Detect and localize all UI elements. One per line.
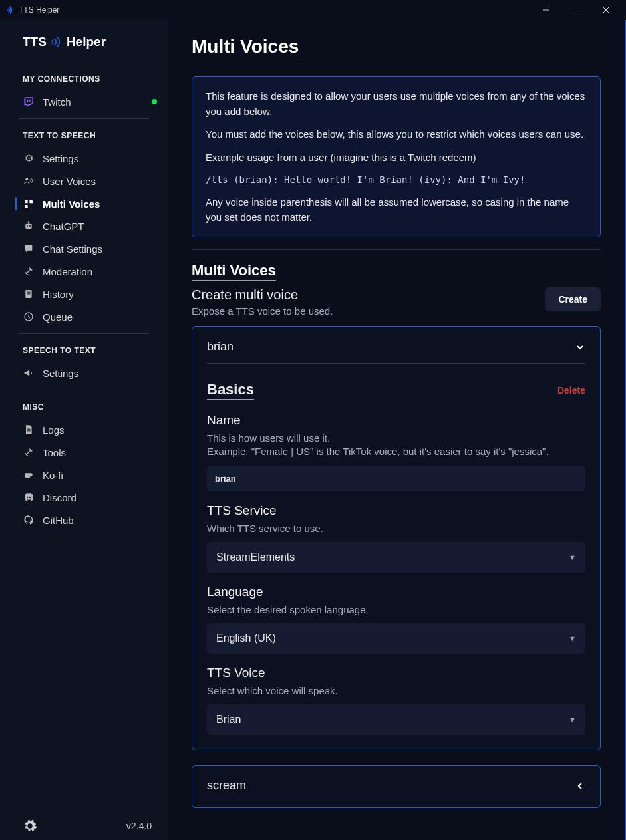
settings-gear-icon[interactable]	[23, 819, 37, 833]
chat-icon	[23, 243, 35, 255]
sidebar-item-label: Tools	[43, 447, 66, 458]
sidebar-item-stt-settings[interactable]: Settings	[0, 362, 168, 384]
sidebar-item-multi-voices[interactable]: Multi Voices	[0, 192, 168, 215]
select-value: English (UK)	[216, 632, 276, 644]
file-icon	[23, 424, 35, 436]
divider	[19, 118, 149, 119]
sidebar: TTS Helper MY CONNECTIONS Twitch TEXT TO…	[0, 20, 168, 840]
version-label: v2.4.0	[126, 821, 152, 831]
section-tts-label: TEXT TO SPEECH	[0, 124, 168, 147]
sidebar-item-label: History	[43, 289, 74, 300]
sidebar-item-logs[interactable]: Logs	[0, 418, 168, 441]
twitch-icon	[23, 96, 35, 108]
sidebar-item-history[interactable]: History	[0, 283, 168, 305]
main-content: Multi Voices This feature is designed to…	[168, 20, 625, 840]
history-icon	[23, 288, 35, 300]
tts-service-select[interactable]: StreamElements ▼	[207, 542, 585, 573]
field-label: Name	[207, 413, 585, 428]
sound-wave-icon	[51, 35, 63, 49]
divider	[19, 333, 149, 334]
sidebar-item-label: Settings	[43, 368, 78, 379]
megaphone-icon	[23, 367, 35, 379]
section-subtitle: Create multi voice	[192, 287, 333, 303]
sidebar-item-label: Moderation	[43, 266, 92, 277]
sidebar-item-label: Ko-fi	[43, 470, 63, 481]
voice-card-header[interactable]: scream	[207, 779, 585, 793]
robot-icon	[23, 220, 35, 232]
tools-icon	[23, 265, 35, 277]
svg-rect-7	[25, 205, 28, 208]
wrench-icon	[23, 446, 35, 458]
voice-card-scream: scream	[192, 765, 601, 808]
svg-rect-17	[27, 429, 31, 430]
sidebar-item-chat-settings[interactable]: Chat Settings	[0, 237, 168, 260]
sidebar-item-twitch[interactable]: Twitch	[0, 90, 168, 113]
divider	[19, 390, 149, 390]
sidebar-item-user-voices[interactable]: User Voices	[0, 170, 168, 192]
info-text: Example usage from a user (imagine this …	[206, 150, 587, 166]
voice-name-input[interactable]	[207, 466, 585, 491]
sidebar-item-moderation[interactable]: Moderation	[0, 260, 168, 283]
dropdown-triangle-icon: ▼	[569, 634, 576, 642]
page-title: Multi Voices	[192, 36, 299, 59]
minimize-button[interactable]	[531, 0, 561, 20]
sidebar-item-label: Multi Voices	[43, 198, 100, 210]
gear-icon: ⚙	[23, 152, 35, 164]
sidebar-item-chatgpt[interactable]: ChatGPT	[0, 215, 168, 237]
section-stt-label: SPEECH TO TEXT	[0, 339, 168, 362]
dropdown-triangle-icon: ▼	[569, 553, 576, 561]
voice-card-brian: brian Basics Delete Name This is how use…	[192, 326, 601, 750]
svg-rect-1	[573, 7, 579, 13]
field-label: TTS Voice	[207, 666, 585, 680]
app-icon	[5, 5, 15, 15]
sidebar-item-label: Chat Settings	[43, 243, 102, 255]
status-dot-icon	[152, 99, 157, 104]
language-select[interactable]: English (UK) ▼	[207, 623, 585, 654]
sidebar-item-label: ChatGPT	[43, 221, 84, 232]
field-tts-voice: TTS Voice Select which voice will speak.…	[207, 666, 585, 735]
create-button[interactable]: Create	[545, 287, 601, 311]
logo-text-helper: Helper	[67, 35, 106, 49]
svg-rect-5	[25, 200, 28, 204]
section-desc: Expose a TTS voice to be used.	[192, 305, 333, 317]
svg-rect-14	[27, 292, 30, 293]
field-desc: Select the desired spoken language.	[207, 603, 585, 617]
svg-point-4	[25, 178, 28, 180]
dropdown-triangle-icon: ▼	[569, 716, 576, 724]
sidebar-item-tts-settings[interactable]: ⚙ Settings	[0, 147, 168, 170]
info-code-example: /tts (brian): Hello world! I'm Brian! (i…	[206, 173, 587, 187]
svg-rect-8	[25, 224, 31, 229]
divider	[192, 249, 601, 250]
github-icon	[23, 514, 35, 526]
field-label: Language	[207, 585, 585, 599]
sidebar-item-github[interactable]: GitHub	[0, 509, 168, 531]
close-button[interactable]	[591, 0, 621, 20]
sidebar-item-discord[interactable]: Discord	[0, 486, 168, 509]
tts-voice-select[interactable]: Brian ▼	[207, 704, 585, 735]
svg-rect-6	[29, 200, 33, 204]
section-connections-label: MY CONNECTIONS	[0, 68, 168, 90]
info-text: This feature is designed to allow your u…	[206, 89, 587, 119]
delete-button[interactable]: Delete	[557, 385, 585, 396]
maximize-button[interactable]	[561, 0, 591, 20]
field-tts-service: TTS Service Which TTS service to use. St…	[207, 503, 585, 573]
sidebar-item-tools[interactable]: Tools	[0, 441, 168, 464]
sidebar-item-queue[interactable]: Queue	[0, 305, 168, 328]
voice-card-header[interactable]: brian	[207, 340, 585, 364]
coffee-icon	[23, 469, 35, 481]
section-title: Multi Voices	[192, 262, 276, 281]
select-value: Brian	[216, 714, 241, 726]
sidebar-item-kofi[interactable]: Ko-fi	[0, 464, 168, 486]
field-desc: Select which voice will speak.	[207, 684, 585, 698]
svg-point-10	[29, 225, 31, 227]
info-text: You must add the voices below, this allo…	[206, 127, 587, 142]
sidebar-item-label: Twitch	[43, 96, 71, 108]
voice-name-label: scream	[207, 779, 246, 793]
svg-point-9	[27, 225, 28, 227]
voice-icon	[23, 175, 35, 187]
chevron-down-icon	[575, 342, 585, 352]
svg-rect-15	[27, 293, 30, 294]
sidebar-item-label: Discord	[43, 492, 77, 503]
voice-name-label: brian	[207, 340, 234, 354]
section-misc-label: MISC	[0, 396, 168, 418]
